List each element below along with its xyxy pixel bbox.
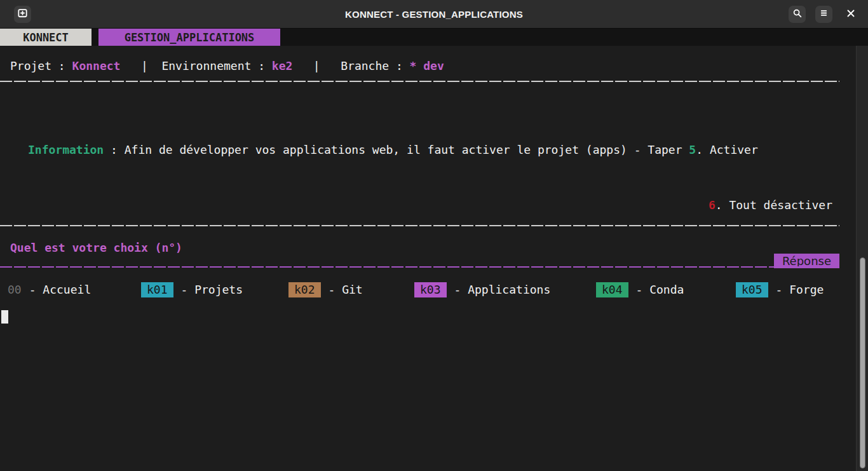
branche-value: * dev	[410, 59, 444, 72]
terminal-cursor	[1, 310, 8, 324]
tab-bar: KONNECT GESTION_APPLICATIONS	[0, 29, 868, 46]
close-button[interactable]	[842, 6, 859, 23]
window-title: KONNECT - GESTION_APPLICATIONS	[0, 9, 868, 20]
deactivate-option-key: 6	[709, 198, 715, 212]
menu-item-label: - Accueil	[29, 283, 92, 296]
menu-item-label: - Applications	[454, 283, 551, 296]
menu-item-key-badge: k03	[414, 282, 447, 297]
deactivate-line: 6. Tout désactiver	[709, 197, 832, 213]
separator-line	[0, 225, 839, 226]
separator-line	[0, 81, 839, 82]
environnement-value: ke2	[272, 59, 293, 72]
session-header-line: Projet : Konnect | Environnement : ke2 |…	[10, 58, 444, 74]
search-button[interactable]	[789, 6, 806, 23]
header-separator: |	[120, 59, 161, 72]
menu-item: k05- Forge	[736, 282, 824, 297]
information-text: : Afin de développer vos applications we…	[104, 143, 689, 156]
menu-item-key-badge: k02	[288, 282, 321, 297]
menu-row: 00- Accueilk01- Projetsk02- Gitk03- Appl…	[0, 282, 868, 297]
new-tab-icon	[17, 8, 28, 21]
activate-option-key: 5	[689, 143, 696, 156]
projet-label: Projet :	[10, 59, 72, 72]
scrollbar-track[interactable]	[856, 46, 868, 471]
menu-item-label: - Git	[329, 283, 363, 296]
tab-gestion-applications[interactable]: GESTION_APPLICATIONS	[98, 29, 280, 46]
titlebar: KONNECT - GESTION_APPLICATIONS	[0, 0, 868, 29]
search-icon	[792, 8, 803, 21]
menu-item: 00- Accueil	[8, 282, 91, 297]
projet-value: Konnect	[72, 59, 121, 72]
menu-item-key: 00	[8, 283, 22, 296]
header-separator: |	[292, 59, 341, 72]
menu-item: k02- Git	[288, 282, 363, 297]
menu-item: k01- Projets	[141, 282, 243, 297]
tab-konnect[interactable]: KONNECT	[0, 29, 92, 46]
deactivate-option-text: . Tout désactiver	[715, 198, 832, 212]
scrollbar-thumb[interactable]	[860, 257, 865, 468]
information-line: Information : Afin de développer vos app…	[28, 142, 758, 158]
close-icon	[846, 8, 855, 20]
new-tab-button[interactable]	[14, 6, 31, 23]
activate-option-text: . Activer	[696, 143, 758, 156]
menu-item: k03- Applications	[414, 282, 550, 297]
menu-item: k04- Conda	[596, 282, 684, 297]
menu-button[interactable]	[815, 6, 832, 23]
menu-item-key-badge: k01	[141, 282, 173, 297]
menu-item-label: - Conda	[636, 283, 684, 296]
branche-label: Branche :	[341, 59, 409, 72]
information-label: Information	[28, 143, 104, 156]
menu-item-key-badge: k04	[596, 282, 628, 297]
purple-separator-line	[0, 266, 839, 268]
hamburger-menu-icon	[819, 8, 829, 20]
terminal: Projet : Konnect | Environnement : ke2 |…	[0, 46, 868, 471]
menu-item-label: - Projets	[181, 283, 243, 296]
titlebar-controls	[789, 6, 859, 23]
environnement-label: Environnement :	[161, 59, 271, 72]
menu-item-key-badge: k05	[736, 282, 768, 297]
choice-prompt: Quel est votre choix (n°)	[10, 240, 182, 256]
menu-item-label: - Forge	[776, 283, 824, 296]
